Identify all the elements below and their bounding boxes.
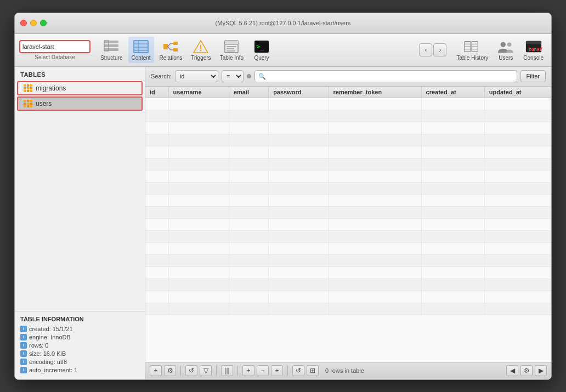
toolbar-label-query: Query [254, 55, 269, 61]
info-icon-rows: i [20, 342, 27, 349]
toolbar-btn-structure[interactable]: Structure [97, 37, 126, 63]
toolbar-btn-users[interactable]: Users [494, 38, 518, 62]
tableinfo-icon [223, 39, 240, 54]
table-history-icon [463, 39, 481, 54]
table-name-migrations: migrations [36, 84, 66, 92]
bottom-divider-4 [287, 366, 288, 376]
col-username: username [168, 87, 229, 98]
col-updated-at: updated_at [484, 87, 551, 98]
table-row [145, 122, 551, 134]
info-label-size: size: 16.0 KiB [29, 350, 66, 357]
search-bar: Search: id username email = != < > 🔍 [145, 67, 551, 87]
table-row [145, 242, 551, 254]
toolbar-btn-tableinfo[interactable]: Table Info [217, 37, 247, 63]
bottom-divider-2 [216, 366, 217, 376]
table-row [145, 170, 551, 182]
svg-point-36 [501, 42, 506, 47]
bottom-divider-1 [180, 366, 181, 376]
info-size: i size: 16.0 KiB [20, 350, 139, 357]
toolbar-label-console: Console [523, 55, 544, 61]
info-label-rows: rows: 0 [29, 342, 48, 349]
db-selector-group: laravel-start Select Database [19, 40, 90, 60]
svg-rect-10 [163, 44, 168, 49]
toolbar-btn-console[interactable]: conso le off Console [520, 38, 547, 62]
add-row-button[interactable]: + [150, 365, 162, 376]
nav-forward-button[interactable]: › [433, 43, 446, 56]
triggers-icon [192, 39, 210, 54]
info-icon-auto-increment: i [20, 367, 27, 373]
svg-rect-24 [227, 48, 234, 49]
info-icon-created: i [20, 326, 27, 332]
relations-icon [162, 39, 179, 54]
search-input-wrap: 🔍 [254, 70, 517, 82]
db-selector-label: Select Database [35, 54, 75, 60]
info-icon-engine: i [20, 334, 27, 340]
minimize-button[interactable] [30, 20, 37, 26]
query-icon: >_ [253, 39, 270, 54]
nav-back-button[interactable]: ‹ [419, 43, 432, 56]
svg-rect-1 [104, 44, 118, 47]
table-item-users[interactable]: users [17, 96, 143, 111]
svg-text:le off: le off [528, 47, 542, 52]
toolbar-btn-relations[interactable]: Relations [156, 37, 186, 63]
toolbar-label-content: Content [132, 55, 151, 61]
traffic-lights [20, 20, 47, 26]
table-row [145, 254, 551, 266]
scroll-left-button[interactable]: ◀ [506, 365, 518, 376]
table-info-section: TABLE INFORMATION i created: 15/1/21 i e… [15, 311, 145, 379]
info-encoding: i encoding: utf8 [20, 359, 139, 365]
table-info-title: TABLE INFORMATION [20, 316, 139, 322]
sidebar: TABLES migrations [15, 67, 145, 379]
table-row [145, 182, 551, 194]
toolbar-btn-triggers[interactable]: Triggers [188, 37, 214, 63]
search-input[interactable] [268, 73, 513, 79]
svg-point-19 [200, 50, 202, 52]
toolbar-btn-content[interactable]: Content [128, 37, 154, 63]
filter-small-button[interactable]: ▽ [200, 365, 212, 376]
window-title: (MySQL 5.6.21) root@127.0.0.1/laravel-st… [216, 20, 351, 26]
remove-record-button[interactable]: − [257, 365, 269, 376]
copy-button[interactable]: ⊞ [307, 365, 319, 376]
table-row [145, 291, 551, 303]
search-field-select[interactable]: id username email [175, 70, 218, 82]
row-count: 0 rows in table [325, 367, 364, 374]
info-label-encoding: encoding: utf8 [29, 359, 67, 365]
table-list: migrations users [15, 80, 145, 311]
duplicate-record-button[interactable]: + [271, 365, 283, 376]
svg-rect-0 [104, 41, 118, 43]
search-operator-select[interactable]: = != < > [222, 70, 244, 82]
add-record-button[interactable]: + [242, 365, 254, 376]
toolbar-label-triggers: Triggers [191, 55, 211, 61]
col-remember-token: remember_token [329, 87, 421, 98]
data-table: id username email password remember_toke… [145, 87, 551, 315]
db-selector-select[interactable]: laravel-start [19, 40, 90, 53]
table-item-migrations[interactable]: migrations [17, 81, 143, 95]
maximize-button[interactable] [40, 20, 47, 26]
settings-button[interactable]: ⚙ [520, 365, 533, 376]
svg-rect-11 [173, 42, 178, 45]
filter-button[interactable]: Filter [520, 70, 546, 82]
gear-button[interactable]: ⚙ [164, 365, 176, 376]
info-icon-encoding: i [20, 359, 27, 365]
main-content: TABLES migrations [15, 67, 551, 379]
info-engine: i engine: InnoDB [20, 334, 139, 340]
svg-line-14 [168, 47, 171, 50]
search-label: Search: [151, 73, 172, 79]
toolbar-btn-table-history[interactable]: Table History [453, 38, 491, 62]
svg-rect-21 [225, 41, 238, 44]
sidebar-toggle-button[interactable]: ||| [221, 365, 233, 376]
toolbar-btn-query[interactable]: >_ Query [249, 37, 274, 63]
close-button[interactable] [20, 20, 27, 26]
svg-point-37 [507, 42, 512, 47]
svg-rect-2 [104, 48, 118, 51]
refresh-button[interactable]: ↺ [185, 365, 197, 376]
scroll-right-button[interactable]: ▶ [535, 365, 547, 376]
reload-button[interactable]: ↺ [292, 365, 304, 376]
toolbar-label-tableinfo: Table Info [220, 55, 244, 61]
info-icon-size: i [20, 350, 27, 357]
table-row [145, 266, 551, 279]
svg-line-13 [168, 43, 171, 47]
table-row [145, 146, 551, 158]
tables-section-title: TABLES [15, 67, 145, 80]
title-bar: (MySQL 5.6.21) root@127.0.0.1/laravel-st… [15, 13, 551, 34]
